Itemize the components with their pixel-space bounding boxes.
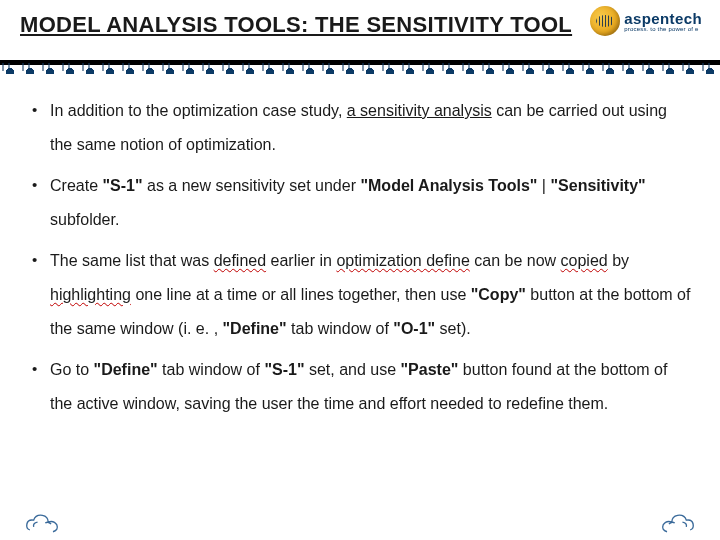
- bullet-item: The same list that was defined earlier i…: [28, 244, 692, 345]
- text-run: "Paste": [401, 361, 459, 378]
- text-run: "Define": [223, 320, 287, 337]
- cloud-ornament-icon: [638, 512, 696, 536]
- text-run: subfolder.: [50, 211, 119, 228]
- bullet-item: Create "S-1" as a new sensitivity set un…: [28, 169, 692, 236]
- text-run: highlighting: [50, 286, 131, 303]
- text-run: "O-1": [393, 320, 435, 337]
- text-run: "Copy": [471, 286, 526, 303]
- brand-logo: aspentech process. to the power of e: [590, 6, 702, 36]
- bullet-item: In addition to the optimization case stu…: [28, 94, 692, 161]
- logo-icon: [590, 6, 620, 36]
- text-run: set, and use: [304, 361, 400, 378]
- text-run: |: [537, 177, 550, 194]
- brand-tagline: process. to the power of e: [624, 26, 702, 32]
- text-run: a sensitivity analysis: [347, 102, 492, 119]
- text-run: one line at a time or all lines together…: [131, 286, 471, 303]
- text-run: copied: [561, 252, 608, 269]
- bullet-list: In addition to the optimization case stu…: [28, 94, 692, 420]
- text-run: Create: [50, 177, 102, 194]
- slide-body: In addition to the optimization case stu…: [0, 74, 720, 420]
- text-run: as a new sensitivity set under: [143, 177, 361, 194]
- text-run: optimization define: [336, 252, 469, 269]
- decorative-footer: [0, 510, 720, 540]
- text-run: "Model Analysis Tools": [360, 177, 537, 194]
- text-run: earlier in: [266, 252, 336, 269]
- text-run: "S-1": [264, 361, 304, 378]
- decorative-top-border: [0, 60, 720, 74]
- bullet-item: Go to "Define" tab window of "S-1" set, …: [28, 353, 692, 420]
- text-run: tab window of: [158, 361, 265, 378]
- brand-name: aspentech: [624, 11, 702, 26]
- text-run: can be now: [470, 252, 561, 269]
- text-run: set).: [435, 320, 471, 337]
- text-run: The same list that was: [50, 252, 214, 269]
- text-run: by: [608, 252, 629, 269]
- text-run: Go to: [50, 361, 94, 378]
- text-run: "Define": [94, 361, 158, 378]
- text-run: In addition to the optimization case stu…: [50, 102, 347, 119]
- text-run: "S-1": [102, 177, 142, 194]
- slide-header: MODEL ANALYSIS TOOLS: THE SENSITIVITY TO…: [0, 0, 720, 60]
- text-run: "Sensitivity": [550, 177, 645, 194]
- text-run: defined: [214, 252, 267, 269]
- text-run: tab window of: [287, 320, 394, 337]
- cloud-ornament-icon: [24, 512, 82, 536]
